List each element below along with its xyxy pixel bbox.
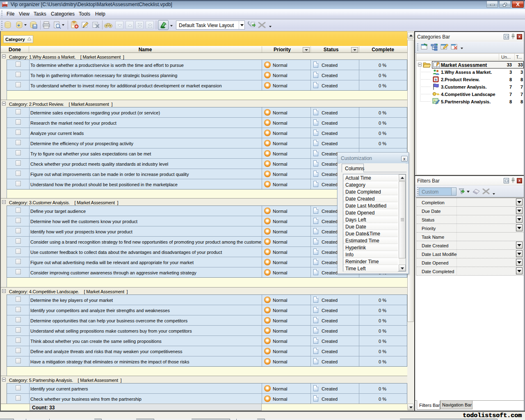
svg-text:5: 5 — [435, 78, 437, 82]
